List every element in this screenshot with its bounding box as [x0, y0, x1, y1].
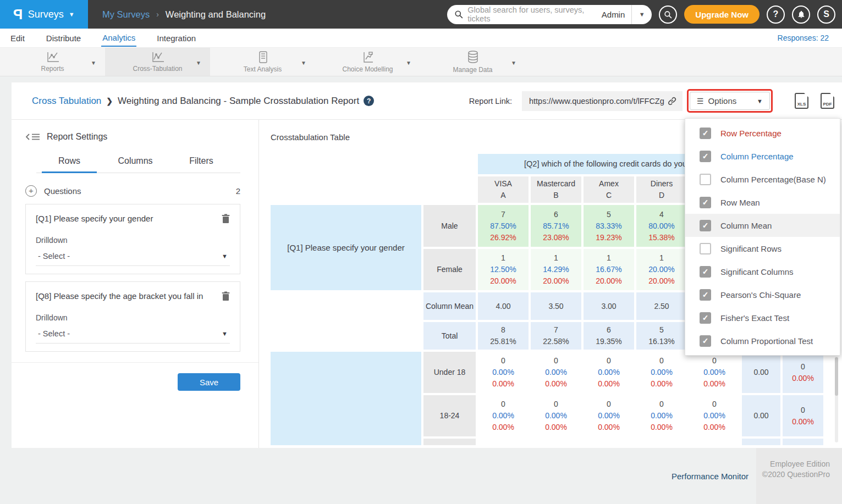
- options-button[interactable]: ☰ Options ▼: [690, 92, 770, 110]
- table-scrollbar[interactable]: [835, 357, 838, 442]
- toolbar-manage-data[interactable]: Manage Data ▼: [420, 48, 525, 76]
- export-xls-button[interactable]: XLS: [795, 93, 808, 109]
- checkbox-unchecked-icon[interactable]: [700, 174, 711, 185]
- chevron-down-icon[interactable]: ▼: [511, 60, 516, 66]
- product-switcher[interactable]: P Surveys ▼: [0, 0, 88, 29]
- checkbox-checked-icon[interactable]: ✓: [700, 312, 711, 324]
- crosstab-cell: 480.00%15.38%: [636, 205, 687, 247]
- cp-value: 15.38%: [648, 232, 674, 243]
- checkbox-checked-icon[interactable]: ✓: [700, 128, 711, 139]
- link-icon[interactable]: [667, 96, 677, 106]
- upgrade-now-button[interactable]: Upgrade Now: [684, 5, 760, 24]
- crosstab-cell: 00.00%0.00%: [689, 395, 740, 436]
- option-pearson-s-chi-square[interactable]: ✓Pearson's Chi-Square: [685, 283, 840, 306]
- cp-value: 0.00%: [792, 416, 814, 428]
- toolbar-reports[interactable]: Reports ▼: [0, 48, 105, 76]
- help-button[interactable]: ?: [767, 5, 785, 24]
- checkbox-checked-icon[interactable]: ✓: [700, 335, 711, 347]
- drilldown-select[interactable]: - Select - ▼: [36, 329, 230, 344]
- chevron-down-icon[interactable]: ▼: [91, 60, 96, 66]
- header-actions: Global search for users, surveys, ticket…: [447, 5, 842, 24]
- question-card-q1: [Q1] Please specify your gender Drilldow…: [25, 204, 240, 274]
- save-button[interactable]: Save: [178, 373, 240, 391]
- tab-columns[interactable]: Columns: [102, 156, 168, 173]
- toolbar-text-analysis[interactable]: Text Analysis ▼: [210, 48, 315, 76]
- value: 3.00: [601, 301, 616, 312]
- toolbar-cross-tabulation[interactable]: Cross-Tabulation ▼: [105, 48, 210, 76]
- option-row-percentage[interactable]: ✓Row Percentage: [685, 121, 840, 145]
- crosstab-cell: 00.00%0.00%: [531, 352, 581, 393]
- tab-filters[interactable]: Filters: [168, 156, 234, 173]
- search-scope-dropdown[interactable]: ▼: [632, 11, 652, 18]
- drilldown-select[interactable]: - Select - ▼: [36, 252, 230, 266]
- tab-rows[interactable]: Rows: [36, 156, 102, 173]
- checkbox-unchecked-icon[interactable]: [700, 243, 711, 254]
- rp-value: 0.00%: [545, 367, 567, 378]
- report-url[interactable]: https://www.questionpro.com/t/lFFCZg: [529, 97, 667, 106]
- summary-label-column-mean: Column Mean: [423, 292, 476, 320]
- notifications-button[interactable]: [792, 5, 810, 24]
- value: [Q1] Please specify your gender: [287, 242, 404, 253]
- option-row-mean[interactable]: ✓Row Mean: [685, 191, 840, 214]
- toolbar-choice-modelling[interactable]: Choice Modelling ▼: [315, 48, 420, 76]
- option-column-proportional-test[interactable]: ✓Column Proportional Test: [685, 329, 840, 352]
- option-column-mean[interactable]: ✓Column Mean: [685, 214, 840, 237]
- text-doc-icon: [257, 51, 269, 64]
- n-value: 1: [607, 252, 611, 264]
- delete-question-icon[interactable]: [222, 291, 230, 301]
- value: Under 18: [434, 367, 466, 378]
- search-placeholder[interactable]: Global search for users, surveys, ticket…: [467, 5, 595, 23]
- crosstab-cell: 00.00%0.00%: [584, 395, 634, 436]
- crosstab-cell: 685.71%23.08%: [531, 205, 581, 247]
- value: 4.00: [496, 301, 510, 312]
- group-label-0: [Q1] Please specify your gender: [271, 205, 421, 290]
- cross-tabulation-link[interactable]: Cross Tabulation: [32, 96, 101, 107]
- cp-value: 20.00%: [648, 275, 674, 287]
- breadcrumb-my-surveys[interactable]: My Surveys: [102, 9, 150, 20]
- add-question-icon[interactable]: +: [25, 185, 37, 197]
- option-significant-rows[interactable]: Significant Rows: [685, 237, 840, 260]
- crosstab-cell: 00.00%0.00%: [636, 352, 687, 393]
- rp-value: 87.50%: [490, 220, 516, 232]
- tab-integration[interactable]: Integration: [156, 30, 197, 46]
- checkbox-checked-icon[interactable]: ✓: [700, 266, 711, 278]
- collapse-panel-button[interactable]: [25, 133, 40, 141]
- n-value: 0: [607, 355, 611, 367]
- chevron-down-icon[interactable]: ▼: [196, 60, 201, 66]
- export-pdf-button[interactable]: PDF: [821, 93, 834, 109]
- checkbox-checked-icon[interactable]: ✓: [700, 197, 711, 208]
- total-cell: 722.58%: [531, 322, 581, 350]
- checkbox-checked-icon[interactable]: ✓: [700, 220, 711, 231]
- checkbox-checked-icon[interactable]: ✓: [700, 289, 711, 301]
- value: Female: [437, 264, 463, 275]
- report-url-field[interactable]: https://www.questionpro.com/t/lFFCZg: [522, 91, 683, 111]
- cp-value: 0.00%: [545, 422, 567, 433]
- tab-analytics[interactable]: Analytics: [101, 29, 136, 47]
- rp-value: 16.67%: [596, 264, 621, 275]
- global-search[interactable]: Global search for users, surveys, ticket…: [447, 5, 652, 24]
- questionpro-logo-icon: P: [13, 7, 23, 21]
- column-mean-cell: 2.50: [636, 292, 687, 320]
- chevron-down-icon[interactable]: ▼: [406, 60, 411, 66]
- tab-distribute[interactable]: Distribute: [45, 30, 82, 46]
- search-button[interactable]: [659, 5, 677, 24]
- option-fisher-s-exact-test[interactable]: ✓Fisher's Exact Test: [685, 306, 840, 329]
- scrollbar-thumb[interactable]: [835, 357, 838, 396]
- rp-value: 85.71%: [543, 220, 569, 232]
- option-column-percentage-base-n[interactable]: Column Percentage(Base N): [685, 168, 840, 191]
- performance-monitor-link[interactable]: Performance Monitor: [672, 472, 749, 481]
- option-significant-columns[interactable]: ✓Significant Columns: [685, 260, 840, 283]
- checkbox-checked-icon[interactable]: ✓: [700, 151, 711, 162]
- total-cell: 516.13%: [636, 322, 687, 350]
- breadcrumb: My Surveys › Weighting and Balancing: [102, 9, 266, 20]
- n-value: 4: [659, 209, 664, 220]
- column-mean-cell: 3.00: [584, 292, 634, 320]
- help-icon[interactable]: ?: [364, 96, 374, 106]
- value: 2.50: [654, 301, 669, 312]
- delete-question-icon[interactable]: [222, 214, 230, 224]
- option-column-percentage[interactable]: ✓Column Percentage: [685, 145, 840, 168]
- value: 25.81%: [490, 336, 516, 347]
- user-avatar[interactable]: S: [817, 5, 835, 24]
- tab-edit[interactable]: Edit: [9, 30, 26, 46]
- chevron-down-icon[interactable]: ▼: [301, 60, 306, 66]
